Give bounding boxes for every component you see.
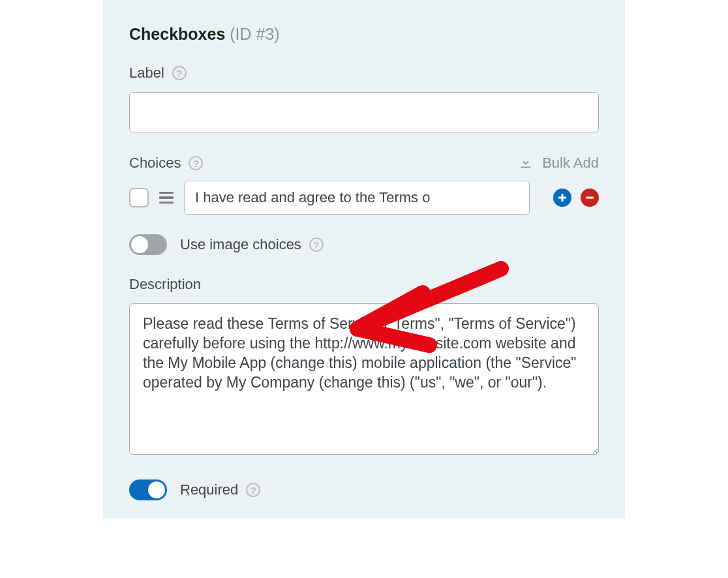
download-icon [519,156,533,170]
help-icon[interactable]: ? [246,483,260,497]
image-choices-toggle[interactable] [129,234,167,255]
plus-icon [557,192,568,203]
required-toggle[interactable] [129,479,167,500]
svg-rect-1 [558,197,566,199]
minus-icon [584,192,595,203]
choice-default-checkbox[interactable] [129,188,149,207]
choice-text-input[interactable] [184,181,530,215]
description-textarea[interactable] [129,303,599,455]
svg-rect-2 [586,197,594,199]
help-icon[interactable]: ? [309,237,324,252]
remove-choice-button[interactable] [581,189,599,207]
field-id: (ID #3) [230,25,279,43]
add-choice-button[interactable] [553,189,571,207]
panel-title: Checkboxes (ID #3) [129,25,599,44]
bulk-add-button[interactable]: Bulk Add [519,155,599,172]
field-type-name: Checkboxes [129,25,225,43]
field-options-panel: Checkboxes (ID #3) Label ? Choices ? Bul… [103,0,625,519]
label-heading: Label ? [129,65,599,82]
label-input[interactable] [129,92,599,132]
description-heading: Description [129,276,599,293]
help-icon[interactable]: ? [172,66,187,80]
help-icon[interactable]: ? [189,156,203,170]
choices-heading: Choices ? [129,155,203,172]
required-label: Required ? [180,481,260,498]
image-choices-label: Use image choices ? [180,236,324,253]
required-row: Required ? [129,479,599,500]
drag-handle-icon[interactable] [158,190,175,205]
image-choices-row: Use image choices ? [129,234,599,255]
choice-row [129,181,599,215]
